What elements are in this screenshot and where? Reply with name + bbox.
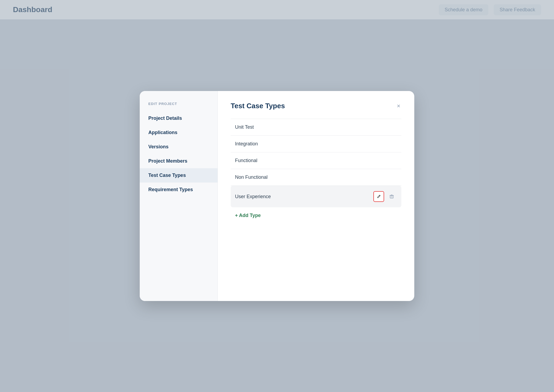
svg-rect-0 (390, 195, 393, 198)
type-row: Functional (231, 152, 401, 169)
close-button[interactable]: × (396, 102, 401, 110)
type-row: Non Functional (231, 169, 401, 186)
type-name: Integration (235, 141, 397, 147)
sidebar-item-test-case-types[interactable]: Test Case Types (140, 168, 218, 183)
trash-icon (389, 194, 394, 199)
sidebar-item-versions[interactable]: Versions (140, 140, 218, 154)
type-name: User Experience (235, 194, 373, 200)
type-name: Unit Test (235, 124, 397, 130)
type-row-highlighted: User Experience (231, 186, 401, 207)
sidebar-item-requirement-types[interactable]: Requirement Types (140, 183, 218, 197)
modal-overlay: Edit Project Project Details Application… (0, 0, 554, 392)
edit-project-modal: Edit Project Project Details Application… (140, 91, 414, 301)
type-name: Functional (235, 158, 397, 163)
sidebar-item-project-members[interactable]: Project Members (140, 154, 218, 168)
modal-title: Test Case Types (231, 102, 285, 110)
type-row: Integration (231, 136, 401, 152)
type-row-actions (373, 191, 397, 202)
sidebar-item-project-details[interactable]: Project Details (140, 111, 218, 125)
type-list: Unit Test Integration Functional Non Fun… (231, 119, 401, 207)
edit-type-button[interactable] (373, 191, 384, 202)
modal-body: Test Case Types × Unit Test Integration … (218, 91, 414, 301)
modal-sidebar: Edit Project Project Details Application… (140, 91, 218, 301)
pencil-icon (377, 194, 381, 199)
type-name: Non Functional (235, 174, 397, 180)
sidebar-item-applications[interactable]: Applications (140, 125, 218, 140)
type-row: Unit Test (231, 119, 401, 136)
delete-type-button[interactable] (386, 191, 397, 202)
modal-header: Test Case Types × (231, 102, 401, 110)
add-type-button[interactable]: + Add Type (231, 207, 265, 224)
sidebar-section-label: Edit Project (140, 102, 218, 106)
